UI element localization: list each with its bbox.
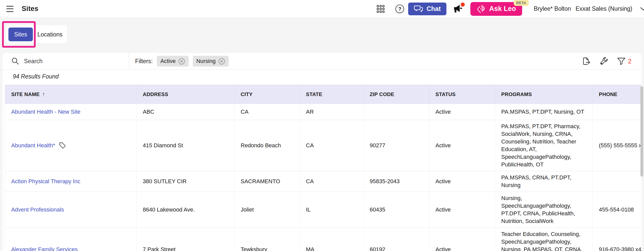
notification-dot: [461, 3, 465, 7]
vertical-scrollbar-thumb[interactable]: [640, 86, 643, 177]
chat-button-label: Chat: [427, 5, 441, 12]
user-menu[interactable]: Brylee* Bolton Exxat Sales (Nursing): [534, 5, 644, 12]
cell-city: CA: [235, 104, 300, 120]
cell-state: IL: [300, 192, 364, 228]
tab-locations[interactable]: Locations: [33, 25, 67, 43]
column-header-status[interactable]: STATUS: [429, 85, 495, 104]
cell-city: SACRAMENTO: [235, 171, 300, 192]
cell-zip: 60435: [364, 192, 429, 228]
user-org: Exxat Sales (Nursing): [576, 5, 632, 12]
table-row: Abundant Health - New Site ABC CA AR Act…: [5, 104, 642, 120]
column-header-address[interactable]: ADDRESS: [137, 85, 235, 104]
column-header-city[interactable]: CITY: [235, 85, 300, 104]
cell-phone: [593, 171, 642, 192]
user-name: Brylee* Bolton: [534, 5, 571, 12]
cell-address: 380 SUTLEY CIR: [137, 171, 235, 192]
chips-mount: Active Nursing: [157, 56, 229, 67]
sites-table: SITE NAME↑ ADDRESS CITY STATE ZIP CODE S…: [5, 85, 642, 251]
cell-zip: 60192: [364, 228, 429, 251]
table-row: Alexander Family Services 7 Park Street …: [5, 228, 642, 251]
remove-filter-icon[interactable]: [218, 58, 225, 65]
table-row: Advent Professionals 8640 Lakewood Ave. …: [5, 192, 642, 228]
cell-programs: PA.MSPAS, PT.DPT, Pharmacy, SocialWork, …: [495, 120, 593, 171]
cell-phone: (555) 555-5555 x42: [593, 120, 642, 171]
site-name-link[interactable]: Action Physical Therapy Inc: [11, 178, 80, 185]
results-row: 94 Results Found: [3, 70, 642, 83]
cell-phone: 916-670-3980 x421: [593, 228, 642, 251]
wrench-icon[interactable]: [599, 56, 609, 66]
cell-site-name: Alexander Family Services: [5, 228, 137, 251]
chat-button[interactable]: Chat: [408, 3, 446, 15]
export-icon[interactable]: [582, 56, 591, 66]
tab-sites[interactable]: Sites: [8, 28, 33, 41]
hamburger-menu-icon[interactable]: [6, 6, 14, 12]
remove-filter-icon[interactable]: [178, 58, 185, 65]
cell-city: Tewksbury: [235, 228, 300, 251]
site-name-link[interactable]: Alexander Family Services: [11, 246, 78, 251]
ask-leo-button[interactable]: Ask Leo BETA: [470, 2, 522, 16]
cell-state: AR: [300, 104, 364, 120]
cell-status: Active: [429, 192, 495, 228]
cell-phone: [593, 104, 642, 120]
page-title: Sites: [22, 5, 38, 13]
cell-address: 7 Park Street: [137, 228, 235, 251]
sort-ascending-icon: ↑: [42, 91, 45, 97]
cell-programs: PA.MSPAS, PT.DPT, Nursing, OT: [495, 104, 593, 120]
cell-state: CA: [300, 171, 364, 192]
column-header-state[interactable]: STATE: [300, 85, 364, 104]
search-input[interactable]: [24, 58, 116, 65]
filter-chip[interactable]: Active: [157, 56, 189, 67]
cell-city: Joliet: [235, 192, 300, 228]
column-header-programs[interactable]: PROGRAMS: [495, 85, 593, 104]
cell-state: CA: [300, 120, 364, 171]
cell-status: Active: [429, 104, 495, 120]
filters-label: Filters:: [135, 58, 153, 65]
column-header-site-name[interactable]: SITE NAME↑: [5, 85, 137, 104]
chat-bubbles-icon: [414, 5, 423, 13]
cell-city: Redondo Beach: [235, 120, 300, 171]
table-row: Action Physical Therapy Inc 380 SUTLEY C…: [5, 171, 642, 192]
cell-programs: Teacher Education, Counseling, SpeechLan…: [495, 228, 593, 251]
filter-chip-label: Active: [160, 58, 176, 64]
help-icon[interactable]: ?: [395, 5, 404, 13]
table-row: Abundant Health* 415 Diamond St Redondo …: [5, 120, 642, 171]
table-header-row: SITE NAME↑ ADDRESS CITY STATE ZIP CODE S…: [5, 85, 642, 104]
header-right-cluster: ? Chat: [376, 2, 644, 16]
search-icon: [11, 57, 19, 65]
search-section: [3, 53, 129, 69]
ask-leo-logo-icon: [476, 4, 486, 14]
column-header-zip[interactable]: ZIP CODE: [364, 85, 429, 104]
toolbar: Filters: Active Nursing: [3, 53, 642, 70]
apps-grid-icon[interactable]: [376, 4, 385, 14]
filters-section: Filters: Active Nursing: [129, 56, 229, 67]
cell-status: Active: [429, 120, 495, 171]
site-name-link[interactable]: Advent Professionals: [11, 206, 64, 214]
filter-chip-label: Nursing: [196, 58, 216, 64]
table-body: Abundant Health - New Site ABC CA AR Act…: [5, 104, 642, 251]
cell-site-name: Abundant Health*: [5, 120, 137, 171]
cell-zip: [364, 104, 429, 120]
cell-programs: Nursing, SpeechLanguagePathology, PT.DPT…: [495, 192, 593, 228]
beta-badge: BETA: [514, 0, 529, 6]
announcements-button[interactable]: [452, 4, 463, 14]
site-name-link[interactable]: Abundant Health*: [11, 142, 55, 149]
column-header-phone[interactable]: PHONE: [593, 85, 642, 104]
cell-programs: PA.MSPAS, CRNA, PT.DPT, Nursing: [495, 171, 593, 192]
cell-phone: 455-554-0108: [593, 192, 642, 228]
filter-funnel-icon: [616, 57, 626, 66]
tag-icon[interactable]: [59, 142, 66, 149]
cell-address: 8640 Lakewood Ave.: [137, 192, 235, 228]
ask-leo-label: Ask Leo: [489, 5, 516, 13]
filter-funnel-action[interactable]: 2: [616, 57, 632, 66]
filter-count-badge: 2: [628, 58, 632, 65]
cell-status: Active: [429, 228, 495, 251]
cell-state: MA: [300, 228, 364, 251]
app-header: Sites ? Chat: [0, 0, 644, 18]
cell-address: 415 Diamond St: [137, 120, 235, 171]
cell-site-name: Abundant Health - New Site: [5, 104, 137, 120]
filter-chip[interactable]: Nursing: [193, 56, 229, 67]
toolbar-actions: 2: [582, 56, 642, 66]
cell-zip: 95835-2043: [364, 171, 429, 192]
site-name-link[interactable]: Abundant Health - New Site: [11, 108, 81, 116]
sites-table-wrap: SITE NAME↑ ADDRESS CITY STATE ZIP CODE S…: [3, 85, 642, 251]
